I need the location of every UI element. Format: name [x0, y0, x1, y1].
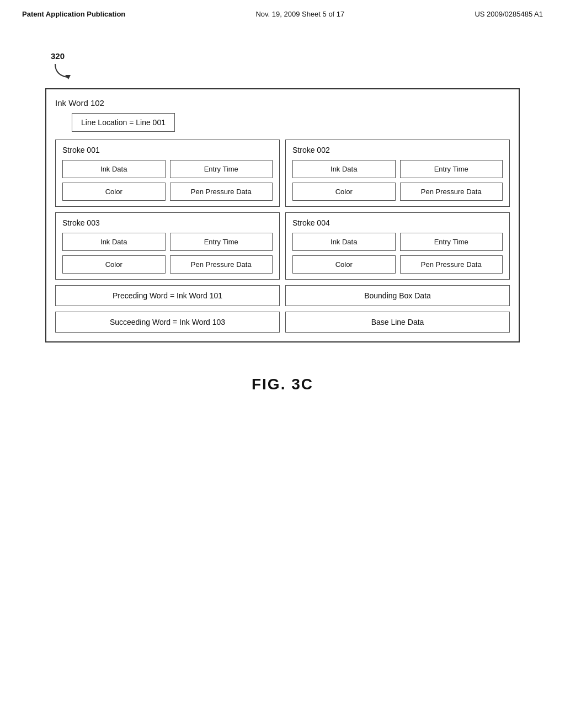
header-date-sheet: Nov. 19, 2009 Sheet 5 of 17: [255, 10, 344, 18]
stroke-002-label: Stroke 002: [292, 146, 503, 154]
stroke-002-box: Stroke 002 Ink Data Entry Time Color Pen…: [285, 140, 510, 207]
stroke-002-pen-pressure: Pen Pressure Data: [400, 183, 503, 201]
stroke-001-inner: Ink Data Entry Time Color Pen Pressure D…: [62, 160, 273, 201]
outer-container: Ink Word 102 Line Location = Line 001 St…: [45, 88, 520, 342]
succeeding-word-cell: Succeeding Word = Ink Word 103: [55, 312, 280, 333]
stroke-001-label: Stroke 001: [62, 146, 273, 154]
stroke-001-entry-time: Entry Time: [170, 160, 273, 178]
bottom-grid: Preceding Word = Ink Word 101 Bounding B…: [55, 285, 510, 333]
stroke-004-ink-data: Ink Data: [292, 233, 396, 251]
stroke-003-entry-time: Entry Time: [170, 233, 273, 251]
stroke-002-ink-data: Ink Data: [292, 160, 396, 178]
stroke-003-inner: Ink Data Entry Time Color Pen Pressure D…: [62, 233, 273, 274]
strokes-grid: Stroke 001 Ink Data Entry Time Color Pen…: [55, 140, 510, 280]
bounding-box-cell: Bounding Box Data: [285, 285, 510, 306]
stroke-003-ink-data: Ink Data: [62, 233, 166, 251]
stroke-002-entry-time: Entry Time: [400, 160, 503, 178]
page-header: Patent Application Publication Nov. 19, …: [0, 0, 565, 18]
stroke-004-pen-pressure: Pen Pressure Data: [400, 255, 503, 274]
ink-word-label: Ink Word 102: [55, 98, 510, 108]
stroke-002-color: Color: [292, 183, 396, 201]
line-location-box: Line Location = Line 001: [72, 113, 175, 132]
stroke-004-label: Stroke 004: [292, 218, 503, 227]
stroke-004-entry-time: Entry Time: [400, 233, 503, 251]
stroke-003-label: Stroke 003: [62, 218, 273, 227]
base-line-cell: Base Line Data: [285, 312, 510, 333]
stroke-001-ink-data: Ink Data: [62, 160, 166, 178]
stroke-004-color: Color: [292, 255, 396, 274]
stroke-001-box: Stroke 001 Ink Data Entry Time Color Pen…: [55, 140, 280, 207]
stroke-001-color: Color: [62, 183, 166, 201]
stroke-004-inner: Ink Data Entry Time Color Pen Pressure D…: [292, 233, 503, 274]
stroke-003-pen-pressure: Pen Pressure Data: [170, 255, 273, 274]
reference-number-label: 320: [51, 51, 520, 61]
stroke-003-box: Stroke 003 Ink Data Entry Time Color Pen…: [55, 212, 280, 280]
preceding-word-cell: Preceding Word = Ink Word 101: [55, 285, 280, 306]
stroke-004-box: Stroke 004 Ink Data Entry Time Color Pen…: [285, 212, 510, 280]
reference-arrow: [51, 62, 520, 84]
header-publication-type: Patent Application Publication: [22, 10, 125, 18]
diagram-area: 320 Ink Word 102 Line Location = Line 00…: [45, 51, 520, 342]
figure-label: FIG. 3C: [0, 376, 565, 393]
stroke-001-pen-pressure: Pen Pressure Data: [170, 183, 273, 201]
stroke-002-inner: Ink Data Entry Time Color Pen Pressure D…: [292, 160, 503, 201]
stroke-003-color: Color: [62, 255, 166, 274]
header-patent-number: US 2009/0285485 A1: [475, 10, 543, 18]
